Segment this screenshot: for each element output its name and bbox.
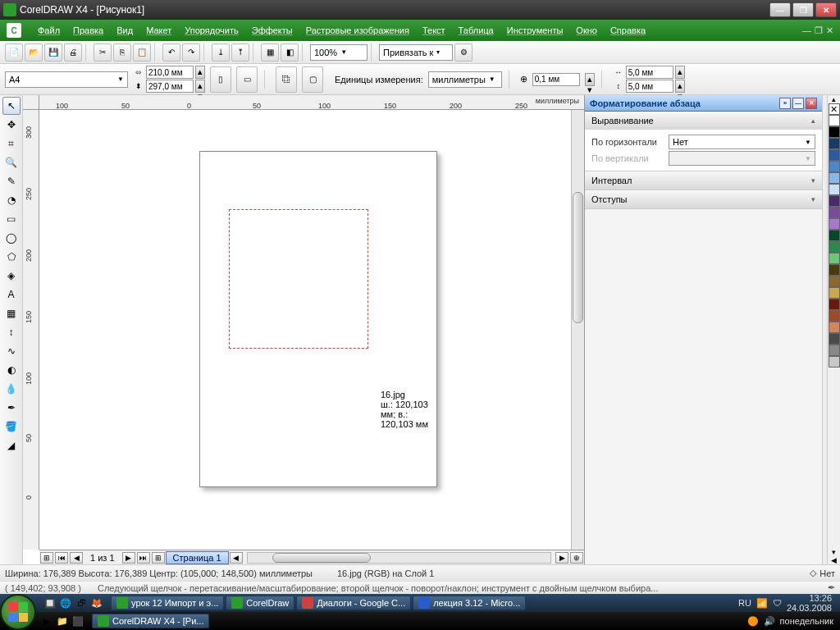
ql-switch[interactable]: 🗗: [74, 596, 89, 610]
effects-tool[interactable]: ◐: [2, 361, 21, 379]
zoom-combo[interactable]: 100%▼: [310, 44, 368, 61]
next-page-button[interactable]: ▶: [122, 552, 135, 564]
export-button[interactable]: ⤒: [231, 43, 249, 62]
dimension-tool[interactable]: ↕: [2, 323, 21, 341]
redo-button[interactable]: ↷: [182, 43, 200, 62]
color-swatch[interactable]: [829, 172, 840, 184]
landscape-button[interactable]: ▭: [236, 66, 258, 93]
print-button[interactable]: 🖨: [64, 43, 82, 62]
add-page-button[interactable]: ⊞: [40, 552, 53, 564]
menu-упорядочить[interactable]: Упорядочить: [178, 24, 244, 37]
docker-close-button[interactable]: ✕: [806, 98, 817, 109]
open-button[interactable]: 📂: [25, 43, 43, 62]
palette-up-button[interactable]: ▴: [828, 95, 840, 103]
scroll-left-button[interactable]: ◀: [230, 552, 243, 564]
interactive-fill-tool[interactable]: ◢: [2, 436, 21, 454]
smart-fill-tool[interactable]: ◔: [2, 191, 21, 209]
menu-таблица[interactable]: Таблица: [452, 24, 500, 37]
ruler-origin[interactable]: [23, 95, 39, 110]
menu-инструменты[interactable]: Инструменты: [500, 24, 570, 37]
color-swatch[interactable]: [829, 276, 840, 287]
color-swatch[interactable]: [829, 161, 840, 172]
vertical-scrollbar[interactable]: [571, 110, 584, 550]
alignment-section-header[interactable]: Выравнивание▴: [585, 112, 822, 130]
docker-collapse-button[interactable]: »: [779, 98, 791, 109]
ql-ie[interactable]: 🌐: [58, 596, 73, 610]
menu-правка[interactable]: Правка: [66, 24, 110, 37]
tray-update-icon[interactable]: 🟠: [747, 616, 759, 627]
options-button[interactable]: ⚙: [454, 43, 472, 62]
clock[interactable]: 13:26 24.03.2008: [787, 593, 832, 613]
task-coreldraw[interactable]: CorelDRAW X4 - [Ри...: [92, 614, 209, 628]
pick-tool[interactable]: ↖: [2, 97, 21, 115]
outline-tool[interactable]: ✒: [2, 399, 21, 417]
dup-x-spinner[interactable]: ▴▾: [675, 66, 685, 79]
freehand-tool[interactable]: ✎: [2, 172, 21, 190]
vertical-ruler[interactable]: 300250200150100500: [23, 110, 39, 550]
undo-button[interactable]: ↶: [162, 43, 180, 62]
maximize-button[interactable]: ❐: [792, 2, 814, 17]
color-swatch[interactable]: [829, 356, 840, 368]
ql-folder[interactable]: 📁: [55, 614, 70, 628]
horizontal-ruler[interactable]: 10050050100150200250миллиметры: [39, 95, 584, 110]
units-combo[interactable]: миллиметры▼: [428, 71, 502, 88]
width-spinner[interactable]: ▴▾: [195, 66, 205, 79]
docker-minimize-button[interactable]: —: [792, 98, 804, 109]
page-tab[interactable]: Страница 1: [166, 551, 229, 564]
menu-справка[interactable]: Справка: [604, 24, 652, 37]
zoom-tool[interactable]: 🔍: [2, 153, 21, 171]
scroll-right-button[interactable]: ▶: [555, 552, 568, 564]
menu-макет[interactable]: Макет: [139, 24, 178, 37]
indents-section-header[interactable]: Отступы▾: [585, 190, 822, 208]
color-swatch[interactable]: [829, 241, 840, 253]
no-color-swatch[interactable]: ✕: [829, 103, 840, 115]
last-page-button[interactable]: ⏭: [137, 552, 150, 564]
menu-вид[interactable]: Вид: [110, 24, 139, 37]
crop-tool[interactable]: ⌗: [2, 135, 21, 153]
ql-media[interactable]: ▶: [39, 614, 54, 628]
first-page-button[interactable]: ⏮: [55, 552, 68, 564]
color-swatch[interactable]: [829, 264, 840, 276]
table-tool[interactable]: ▦: [2, 304, 21, 322]
task-button[interactable]: урок 12 Импорт и э...: [111, 596, 224, 610]
fill-tool[interactable]: 🪣: [2, 418, 21, 436]
lang-indicator[interactable]: RU: [738, 598, 751, 608]
task-button[interactable]: CorelDraw: [226, 596, 294, 610]
current-page-button[interactable]: ▢: [302, 66, 323, 93]
copy-button[interactable]: ⎘: [113, 43, 131, 62]
welcome-button[interactable]: ◧: [281, 43, 299, 62]
horizontal-scrollbar[interactable]: [247, 552, 551, 564]
doc-minimize-button[interactable]: —: [802, 25, 811, 36]
color-swatch[interactable]: [829, 218, 840, 230]
color-swatch[interactable]: [829, 345, 840, 356]
menu-растровые изображения[interactable]: Растровые изображения: [299, 24, 416, 37]
color-swatch[interactable]: [829, 184, 840, 195]
doc-restore-button[interactable]: ❐: [815, 25, 823, 36]
menu-окно[interactable]: Окно: [569, 24, 604, 37]
task-button[interactable]: Диалоги - Google С...: [296, 596, 411, 610]
connector-tool[interactable]: ∿: [2, 342, 21, 360]
cut-button[interactable]: ✂: [94, 43, 112, 62]
color-swatch[interactable]: [829, 310, 840, 322]
app-launcher-button[interactable]: ▦: [261, 43, 279, 62]
rectangle-tool[interactable]: ▭: [2, 210, 21, 228]
color-swatch[interactable]: [829, 195, 840, 207]
dup-y-input[interactable]: 5,0 мм: [626, 80, 673, 93]
color-swatch[interactable]: [829, 322, 840, 333]
color-swatch[interactable]: [829, 126, 840, 138]
basic-shapes-tool[interactable]: ◈: [2, 267, 21, 285]
spacing-section-header[interactable]: Интервал▾: [585, 171, 822, 189]
tray-shield-icon[interactable]: 🛡: [773, 598, 782, 608]
shape-tool[interactable]: ✥: [2, 116, 21, 134]
zoom-nav-button[interactable]: ⊕: [570, 552, 583, 564]
tray-network-icon[interactable]: 📶: [756, 598, 768, 609]
task-button[interactable]: лекция 3.12 - Micro...: [413, 596, 526, 610]
docker-title[interactable]: Форматирование абзаца » — ✕: [585, 95, 822, 112]
corel-icon[interactable]: C: [7, 23, 21, 38]
ql-app[interactable]: ⬛: [71, 614, 85, 628]
polygon-tool[interactable]: ⬠: [2, 248, 21, 266]
doc-close-button[interactable]: ✕: [826, 25, 833, 36]
close-button[interactable]: ✕: [815, 2, 837, 17]
paper-size-combo[interactable]: A4▼: [5, 71, 128, 88]
h-align-select[interactable]: Нет▼: [669, 135, 815, 149]
